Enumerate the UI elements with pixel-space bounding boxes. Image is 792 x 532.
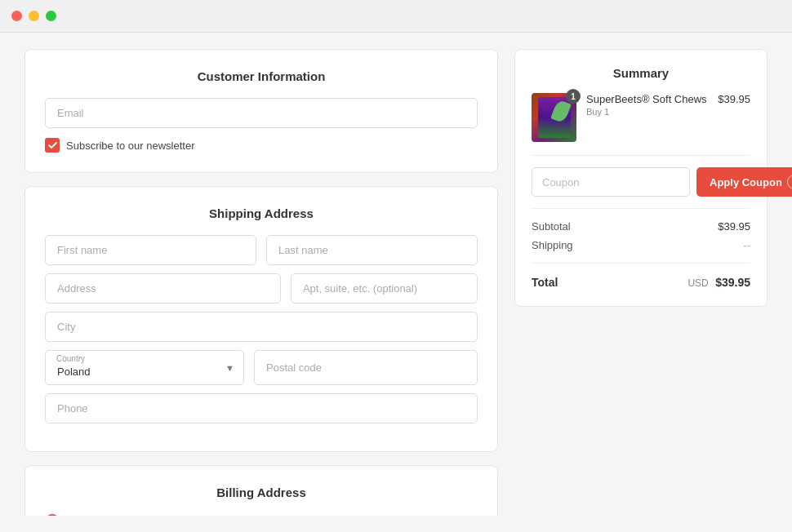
last-name-input[interactable] — [266, 235, 478, 265]
apply-coupon-button[interactable]: Apply Coupon › — [696, 167, 792, 197]
postal-input[interactable] — [254, 350, 478, 385]
name-row — [45, 235, 478, 265]
main-content: Customer Information Subscribe to our ne… — [0, 33, 792, 532]
same-as-shipping-row: Same as shipping address — [45, 514, 478, 516]
product-leaf-decoration — [550, 100, 571, 124]
product-sub: Buy 1 — [586, 107, 708, 117]
city-input[interactable] — [45, 312, 478, 342]
shipping-value: -- — [743, 239, 750, 251]
first-name-input[interactable] — [45, 235, 256, 265]
titlebar — [0, 0, 792, 33]
divider-3 — [532, 263, 750, 264]
product-image-wrap: 1 — [532, 93, 576, 142]
shipping-row: Shipping -- — [532, 239, 750, 251]
total-value-wrap: USD $39.95 — [687, 275, 750, 290]
product-name: SuperBeets® Soft Chews — [586, 93, 708, 105]
close-dot[interactable] — [11, 11, 22, 21]
newsletter-row: Subscribe to our newsletter — [45, 138, 478, 153]
phone-input[interactable] — [45, 393, 478, 423]
country-wrap: Country Poland ▼ — [45, 350, 244, 385]
right-column: Summary 1 SuperBeets® Soft Chews Buy 1 $… — [514, 49, 768, 516]
address-row — [45, 273, 478, 304]
arrow-circle-icon: › — [787, 175, 792, 189]
minimize-dot[interactable] — [29, 11, 39, 21]
shipping-label: Shipping — [532, 239, 573, 251]
maximize-dot[interactable] — [46, 11, 56, 21]
same-as-shipping-radio[interactable] — [45, 514, 60, 516]
country-postal-row: Country Poland ▼ — [45, 350, 478, 385]
apt-input[interactable] — [291, 273, 478, 304]
total-value: $39.95 — [715, 276, 750, 289]
apply-coupon-label: Apply Coupon — [710, 176, 782, 188]
customer-info-title: Customer Information — [45, 69, 478, 83]
country-label: Country — [56, 354, 85, 363]
left-column: Customer Information Subscribe to our ne… — [24, 49, 498, 516]
city-wrap — [45, 312, 478, 342]
coupon-input[interactable] — [532, 167, 690, 197]
billing-address-card: Billing Address Same as shipping address — [24, 465, 498, 516]
coupon-row: Apply Coupon › — [532, 167, 750, 197]
newsletter-label: Subscribe to our newsletter — [66, 140, 195, 152]
address-input[interactable] — [45, 273, 281, 304]
phone-wrap — [45, 393, 478, 423]
subtotal-row: Subtotal $39.95 — [532, 220, 750, 233]
total-label: Total — [532, 276, 558, 289]
divider-2 — [532, 208, 750, 209]
total-currency: USD — [687, 277, 708, 289]
shipping-address-card: Shipping Address Country Poland ▼ — [24, 186, 498, 452]
subtotal-label: Subtotal — [532, 220, 571, 233]
email-wrap — [45, 98, 478, 128]
summary-card: Summary 1 SuperBeets® Soft Chews Buy 1 $… — [514, 49, 768, 307]
customer-info-card: Customer Information Subscribe to our ne… — [24, 49, 498, 173]
product-info: SuperBeets® Soft Chews Buy 1 — [586, 93, 708, 117]
billing-title: Billing Address — [45, 485, 478, 499]
subtotal-value: $39.95 — [718, 220, 750, 233]
product-quantity-badge: 1 — [566, 89, 581, 104]
email-input[interactable] — [45, 98, 478, 128]
same-as-shipping-label: Same as shipping address — [68, 516, 193, 516]
product-image-inner — [538, 97, 571, 138]
checkmark-icon — [48, 142, 57, 149]
product-price: $39.95 — [718, 93, 750, 105]
total-row: Total USD $39.95 — [532, 275, 750, 290]
product-item: 1 SuperBeets® Soft Chews Buy 1 $39.95 — [532, 93, 750, 142]
newsletter-checkbox[interactable] — [45, 138, 60, 153]
shipping-title: Shipping Address — [45, 206, 478, 220]
summary-title: Summary — [532, 66, 750, 80]
divider-1 — [532, 155, 750, 156]
